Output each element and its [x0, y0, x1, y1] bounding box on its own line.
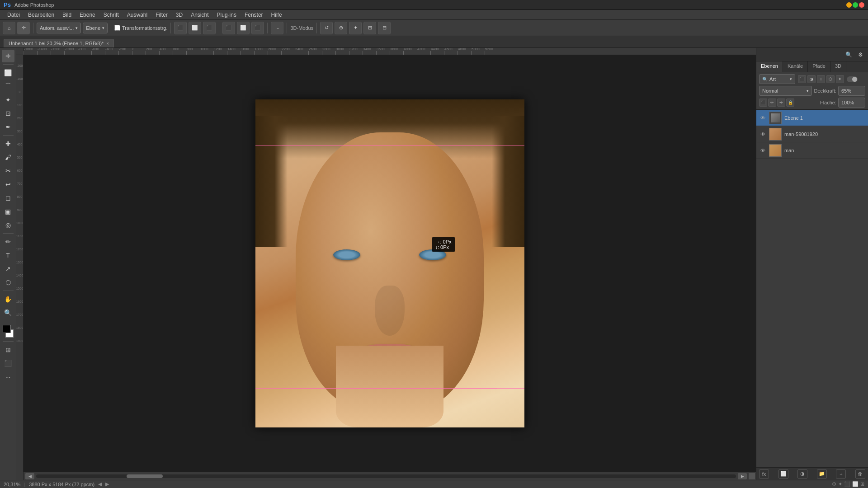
- clone-stamp-tool[interactable]: ✂: [2, 164, 14, 177]
- status-nav-right[interactable]: ▶: [105, 481, 109, 487]
- status-icon-5[interactable]: ⊞: [860, 481, 864, 487]
- layer-trash-btn[interactable]: 🗑: [855, 469, 865, 479]
- ruler-btn[interactable]: ⊞: [363, 22, 376, 34]
- layer-fx-btn[interactable]: fx: [759, 469, 769, 479]
- align-right-btn[interactable]: ⬛: [203, 22, 216, 34]
- lock-all-btn[interactable]: 🔒: [786, 99, 794, 107]
- gradient-tool[interactable]: ▣: [2, 205, 14, 218]
- tab-kanaele[interactable]: Kanäle: [783, 61, 808, 72]
- status-nav-left[interactable]: ◀: [98, 481, 102, 487]
- h-scrollbar[interactable]: ◀ ▶: [24, 472, 756, 480]
- layer-item-1[interactable]: 👁 Ebene 1: [756, 110, 868, 126]
- lock-transparent-btn[interactable]: ⬛: [759, 99, 767, 107]
- more-btn[interactable]: ···: [271, 22, 283, 34]
- align-top-btn[interactable]: ⬛: [222, 22, 235, 34]
- menu-item-auswahl[interactable]: Auswahl: [123, 11, 151, 19]
- quick-select-tool[interactable]: ✦: [2, 94, 14, 106]
- extra-tools-btn[interactable]: ···: [2, 371, 14, 383]
- history-brush-tool[interactable]: ↩: [2, 178, 14, 191]
- menu-item-datei[interactable]: Datei: [4, 11, 24, 19]
- blur-tool[interactable]: ◎: [2, 219, 14, 231]
- lock-paint-btn[interactable]: ✏: [768, 99, 776, 107]
- layer-dropdown[interactable]: Ebene ▾: [83, 23, 108, 33]
- zoom-tool[interactable]: 🔍: [2, 306, 14, 319]
- doc-tab[interactable]: Unbenannt-1 bei 20,3% (Ebene 1, RGB/8)* …: [4, 39, 114, 47]
- fg-color[interactable]: [3, 325, 11, 333]
- eraser-tool[interactable]: ◻: [2, 192, 14, 204]
- doc-tab-close[interactable]: ×: [106, 41, 109, 46]
- home-btn[interactable]: ⌂: [3, 22, 15, 34]
- scroll-right-btn[interactable]: ▶: [738, 473, 747, 479]
- status-icon-1[interactable]: ⚙: [832, 481, 836, 487]
- rotate-btn[interactable]: ↺: [320, 22, 333, 34]
- close-btn[interactable]: [859, 2, 864, 8]
- blend-mode-dropdown[interactable]: Normal ▾: [759, 86, 812, 96]
- align-center-btn[interactable]: ⬜: [189, 22, 201, 34]
- menu-item-hilfe[interactable]: Hilfe: [268, 11, 286, 19]
- move-tool-btn[interactable]: ✛: [17, 22, 30, 34]
- tab-3d[interactable]: 3D: [830, 61, 846, 72]
- menu-item-3d[interactable]: 3D: [172, 11, 186, 19]
- extra-btn[interactable]: ⊟: [378, 22, 391, 34]
- filter-shape-btn[interactable]: ⬡: [826, 75, 835, 83]
- quick-mask-btn[interactable]: ⊞: [2, 343, 14, 356]
- transform-checkbox[interactable]: [114, 25, 120, 31]
- type-tool[interactable]: T: [2, 249, 14, 262]
- marquee-tool[interactable]: ⬜: [2, 66, 14, 79]
- maximize-btn[interactable]: [853, 2, 858, 8]
- menu-item-bearbeiten[interactable]: Bearbeiten: [24, 11, 58, 19]
- snap-btn[interactable]: ⊕: [335, 22, 347, 34]
- layer-item-2[interactable]: 👁 man-59081920: [756, 126, 868, 142]
- layer-eye-2[interactable]: 👁: [759, 131, 766, 138]
- layer-eye-3[interactable]: 👁: [759, 147, 766, 154]
- settings-icon-btn[interactable]: ⚙: [855, 50, 865, 60]
- crop-tool[interactable]: ⊡: [2, 107, 14, 120]
- layer-eye-1[interactable]: 👁: [759, 114, 766, 122]
- align-bottom-btn[interactable]: ⬛: [251, 22, 264, 34]
- tab-ebenen[interactable]: Ebenen: [756, 61, 783, 72]
- layer-mask-btn[interactable]: ⬜: [778, 469, 788, 479]
- layer-group-btn[interactable]: 📁: [817, 469, 827, 479]
- filter-type-btn[interactable]: T: [817, 75, 825, 83]
- filter-smart-btn[interactable]: ✦: [836, 75, 844, 83]
- filter-toggle[interactable]: [847, 76, 858, 82]
- fill-value[interactable]: 100%: [838, 98, 865, 108]
- layer-type-dropdown[interactable]: 🔍 Art ▾: [759, 74, 795, 84]
- auto-select-dropdown[interactable]: Autom. auswi... ▾: [37, 23, 81, 33]
- scroll-left-btn[interactable]: ◀: [25, 473, 34, 479]
- search-icon-btn[interactable]: 🔍: [844, 50, 854, 60]
- lock-position-btn[interactable]: ✛: [777, 99, 785, 107]
- status-icon-2[interactable]: ✦: [838, 481, 842, 487]
- status-icon-3[interactable]: ⬛: [844, 481, 850, 487]
- doc-canvas[interactable]: →: 0Px ↓: 0Px: [24, 55, 756, 472]
- layer-new-btn[interactable]: +: [836, 469, 846, 479]
- brush-tool[interactable]: 🖌: [2, 151, 14, 164]
- align-middle-btn[interactable]: ⬜: [237, 22, 250, 34]
- layer-adjustment-btn[interactable]: ◑: [797, 469, 807, 479]
- selection-tool[interactable]: ✛: [2, 50, 14, 62]
- menu-item-ebene[interactable]: Ebene: [76, 11, 99, 19]
- shape-tool[interactable]: ⬡: [2, 276, 14, 289]
- align-left-btn[interactable]: ⬛: [174, 22, 187, 34]
- screen-mode-btn[interactable]: ⬛: [2, 357, 14, 370]
- tab-pfade[interactable]: Pfade: [808, 61, 830, 72]
- lasso-tool[interactable]: ⌒: [2, 80, 14, 93]
- h-scroll-thumb[interactable]: [127, 474, 163, 478]
- menu-item-schrift[interactable]: Schrift: [100, 11, 123, 19]
- minimize-btn[interactable]: [846, 2, 852, 8]
- guide-btn[interactable]: ✦: [349, 22, 362, 34]
- menu-item-bild[interactable]: Bild: [59, 11, 75, 19]
- menu-item-plugins[interactable]: Plug-ins: [213, 11, 240, 19]
- layer-item-3[interactable]: 👁 man: [756, 142, 868, 159]
- filter-pixel-btn[interactable]: ⬛: [798, 75, 806, 83]
- color-swatch[interactable]: [2, 325, 14, 338]
- filter-adjust-btn[interactable]: ◑: [807, 75, 816, 83]
- pen-tool[interactable]: ✏: [2, 235, 14, 248]
- eyedropper-tool[interactable]: ✒: [2, 121, 14, 133]
- menu-item-filter[interactable]: Filter: [152, 11, 171, 19]
- healing-tool[interactable]: ✚: [2, 137, 14, 150]
- h-scroll-track[interactable]: [36, 474, 736, 478]
- menu-item-ansicht[interactable]: Ansicht: [187, 11, 212, 19]
- opacity-value[interactable]: 65%: [838, 86, 865, 96]
- menu-item-fenster[interactable]: Fenster: [241, 11, 267, 19]
